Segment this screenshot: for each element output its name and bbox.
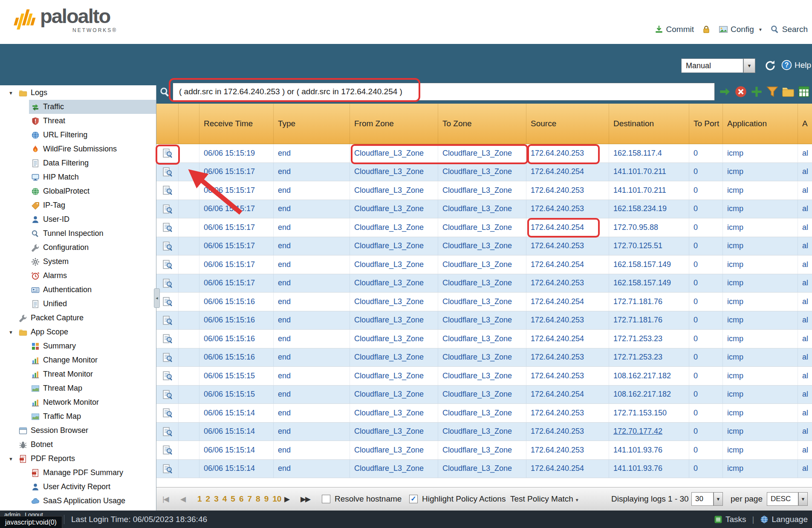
cell-type[interactable]: end bbox=[274, 441, 350, 459]
cell-from-zone[interactable]: Cloudflare_L3_Zone bbox=[350, 386, 438, 404]
per-page-select[interactable]: 30 bbox=[691, 492, 714, 506]
page-number[interactable]: 5 bbox=[231, 494, 235, 504]
cell-type[interactable]: end bbox=[274, 255, 350, 274]
sidebar-item-globalprotect[interactable]: GlobalProtect bbox=[0, 184, 156, 198]
sort-order-select[interactable]: DESC bbox=[767, 492, 798, 506]
log-detail-icon[interactable] bbox=[162, 334, 173, 344]
cell-to-port[interactable]: 0 bbox=[689, 423, 723, 441]
cell-to-port[interactable]: 0 bbox=[689, 330, 723, 348]
cell-application[interactable]: icmp bbox=[723, 330, 798, 348]
cell-source[interactable]: 172.64.240.253 bbox=[526, 237, 609, 255]
cell-from-zone[interactable]: Cloudflare_L3_Zone bbox=[350, 237, 438, 255]
cell-source[interactable]: 172.64.240.253 bbox=[526, 144, 609, 162]
cell-type[interactable]: end bbox=[274, 163, 350, 181]
sidebar-item-authentication[interactable]: Authentication bbox=[0, 283, 156, 297]
sidebar-item-user-activity-report[interactable]: User Activity Report bbox=[0, 480, 156, 494]
sidebar-item-url-filtering[interactable]: URL Filtering bbox=[0, 128, 156, 142]
sidebar-item-wildfire-submissions[interactable]: WildFire Submissions bbox=[0, 142, 156, 156]
cell-from-zone[interactable]: Cloudflare_L3_Zone bbox=[350, 218, 438, 237]
cell-source[interactable]: 172.64.240.253 bbox=[526, 367, 609, 385]
sidebar-item-saas-application-usage[interactable]: SaaS Application Usage bbox=[0, 494, 156, 508]
log-detail-icon[interactable] bbox=[162, 426, 173, 437]
cell-source[interactable]: 172.64.240.254 bbox=[526, 293, 609, 311]
clear-filter-icon[interactable] bbox=[734, 85, 747, 98]
cell-action[interactable]: al bbox=[798, 144, 812, 162]
cell-destination[interactable]: 162.158.157.149 bbox=[609, 274, 689, 293]
cell-from-zone[interactable]: Cloudflare_L3_Zone bbox=[350, 423, 438, 441]
column-header-source[interactable]: Source bbox=[526, 104, 609, 144]
cell-type[interactable]: end bbox=[274, 237, 350, 255]
sidebar-item-alarms[interactable]: Alarms bbox=[0, 269, 156, 283]
cell-source[interactable]: 172.64.240.253 bbox=[526, 200, 609, 218]
page-number[interactable]: 3 bbox=[214, 494, 219, 504]
cell-application[interactable]: icmp bbox=[723, 255, 798, 274]
cell-source[interactable]: 172.64.240.254 bbox=[526, 255, 609, 274]
cell-application[interactable]: icmp bbox=[723, 293, 798, 311]
per-page-dropdown-arrow[interactable] bbox=[714, 492, 723, 506]
cell-type[interactable]: end bbox=[274, 460, 350, 478]
add-filter-icon[interactable] bbox=[750, 85, 763, 98]
log-detail-icon[interactable] bbox=[162, 389, 173, 400]
cell-to-zone[interactable]: Cloudflare_L3_Zone bbox=[438, 423, 526, 441]
cell-type[interactable]: end bbox=[274, 367, 350, 385]
sidebar-item-network-monitor[interactable]: Network Monitor bbox=[0, 395, 156, 409]
log-detail-icon[interactable] bbox=[162, 167, 173, 177]
cell-from-zone[interactable]: Cloudflare_L3_Zone bbox=[350, 441, 438, 459]
cell-source[interactable]: 172.64.240.253 bbox=[526, 404, 609, 422]
cell-source[interactable]: 172.64.240.253 bbox=[526, 441, 609, 459]
apply-filter-icon[interactable] bbox=[719, 85, 731, 98]
sidebar-item-threat[interactable]: Threat bbox=[0, 114, 156, 128]
sidebar-item-change-monitor[interactable]: Change Monitor bbox=[0, 353, 156, 367]
cell-from-zone[interactable]: Cloudflare_L3_Zone bbox=[350, 330, 438, 348]
cell-action[interactable]: al bbox=[798, 386, 812, 404]
cell-destination[interactable]: 141.101.70.211 bbox=[609, 163, 689, 181]
cell-action[interactable]: al bbox=[798, 330, 812, 348]
cell-type[interactable]: end bbox=[274, 330, 350, 348]
cell-to-port[interactable]: 0 bbox=[689, 460, 723, 478]
cell-to-zone[interactable]: Cloudflare_L3_Zone bbox=[438, 218, 526, 237]
cell-source[interactable]: 172.64.240.254 bbox=[526, 386, 609, 404]
cell-action[interactable]: al bbox=[798, 404, 812, 422]
cell-to-zone[interactable]: Cloudflare_L3_Zone bbox=[438, 460, 526, 478]
cell-source[interactable]: 172.64.240.253 bbox=[526, 423, 609, 441]
cell-to-zone[interactable]: Cloudflare_L3_Zone bbox=[438, 404, 526, 422]
cell-to-port[interactable]: 0 bbox=[689, 218, 723, 237]
cell-application[interactable]: icmp bbox=[723, 163, 798, 181]
expander-triangle-icon[interactable] bbox=[9, 456, 19, 461]
test-policy-match-button[interactable]: Test Policy Match bbox=[510, 494, 579, 504]
cell-type[interactable]: end bbox=[274, 293, 350, 311]
config-menu[interactable]: Config bbox=[719, 25, 763, 34]
sidebar-item-threat-map[interactable]: Threat Map bbox=[0, 381, 156, 395]
log-detail-icon[interactable] bbox=[162, 204, 173, 214]
cell-source[interactable]: 172.64.240.253 bbox=[526, 311, 609, 330]
sidebar-item-user-id[interactable]: User-ID bbox=[0, 212, 156, 226]
cell-application[interactable]: icmp bbox=[723, 181, 798, 200]
cell-application[interactable]: icmp bbox=[723, 423, 798, 441]
cell-application[interactable]: icmp bbox=[723, 218, 798, 237]
cell-to-zone[interactable]: Cloudflare_L3_Zone bbox=[438, 293, 526, 311]
cell-action[interactable]: al bbox=[798, 218, 812, 237]
cell-application[interactable]: icmp bbox=[723, 200, 798, 218]
sidebar-item-botnet[interactable]: Botnet bbox=[0, 438, 156, 452]
cell-application[interactable]: icmp bbox=[723, 367, 798, 385]
log-detail-icon[interactable] bbox=[162, 445, 173, 455]
next-page-icon[interactable]: ▶ bbox=[284, 495, 289, 504]
cell-application[interactable]: icmp bbox=[723, 460, 798, 478]
commit-button[interactable]: Commit bbox=[654, 25, 694, 34]
cell-to-zone[interactable]: Cloudflare_L3_Zone bbox=[438, 163, 526, 181]
cell-from-zone[interactable]: Cloudflare_L3_Zone bbox=[350, 200, 438, 218]
log-detail-icon[interactable] bbox=[162, 315, 173, 325]
sidebar-item-session-browser[interactable]: Session Browser bbox=[0, 424, 156, 438]
cell-to-zone[interactable]: Cloudflare_L3_Zone bbox=[438, 311, 526, 330]
cell-application[interactable]: icmp bbox=[723, 386, 798, 404]
cell-to-zone[interactable]: Cloudflare_L3_Zone bbox=[438, 144, 526, 162]
cell-type[interactable]: end bbox=[274, 386, 350, 404]
cell-destination[interactable]: 141.101.93.76 bbox=[609, 441, 689, 459]
cell-from-zone[interactable]: Cloudflare_L3_Zone bbox=[350, 255, 438, 274]
sidebar-item-system[interactable]: System bbox=[0, 255, 156, 269]
sidebar-item-pdf-reports[interactable]: PDF Reports bbox=[0, 452, 156, 466]
tasks-button[interactable]: Tasks bbox=[714, 515, 746, 524]
cell-action[interactable]: al bbox=[798, 441, 812, 459]
cell-from-zone[interactable]: Cloudflare_L3_Zone bbox=[350, 144, 438, 162]
refresh-mode-dropdown-arrow[interactable] bbox=[743, 58, 755, 73]
